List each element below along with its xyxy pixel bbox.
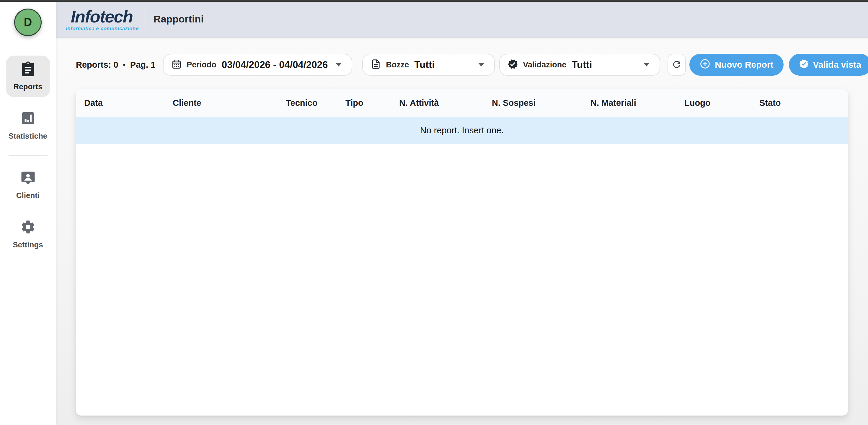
column-header-sospesi: N. Sospesi xyxy=(484,89,582,117)
column-header-cliente: Cliente xyxy=(164,89,278,117)
sidebar-item-label: Reports xyxy=(13,82,42,91)
contact-card-icon xyxy=(20,170,36,187)
table-header-row: Data Cliente Tecnico Tipo N. Attività N.… xyxy=(76,89,848,117)
bozze-label: Bozze xyxy=(386,60,409,69)
valida-vista-button[interactable]: Valida vista xyxy=(789,54,868,76)
sidebar-item-settings[interactable]: Settings xyxy=(6,214,50,255)
sidebar: D Reports xyxy=(0,2,56,425)
reports-count: Reports: 0 xyxy=(76,60,118,70)
clipboard-icon xyxy=(20,61,36,78)
column-header-tipo: Tipo xyxy=(337,89,391,117)
sidebar-divider xyxy=(8,155,48,156)
bullet-separator: • xyxy=(123,61,125,69)
logo-wordmark: Infotech xyxy=(71,8,133,25)
validazione-value: Tutti xyxy=(571,59,592,70)
chevron-down-icon xyxy=(336,63,342,66)
chevron-down-icon xyxy=(478,63,484,66)
reports-table: Data Cliente Tecnico Tipo N. Attività N.… xyxy=(76,89,848,144)
sidebar-item-label: Statistiche xyxy=(8,132,48,141)
sidebar-item-clienti[interactable]: Clienti xyxy=(6,164,50,206)
gear-icon xyxy=(20,219,36,236)
page-title: Rapportini xyxy=(154,13,204,25)
reports-pagination-info: Reports: 0 • Pag. 1 xyxy=(76,60,155,70)
refresh-icon xyxy=(671,59,682,70)
periodo-value: 03/04/2026 - 04/04/2026 xyxy=(222,59,328,70)
page-header: Infotech informatica e comunicazione Rap… xyxy=(56,2,868,38)
column-header-tecnico: Tecnico xyxy=(278,89,337,117)
empty-state-message: No report. Insert one. xyxy=(76,117,848,144)
nuovo-report-button[interactable]: Nuovo Report xyxy=(689,54,783,76)
validazione-label: Validazione xyxy=(523,60,566,69)
chevron-down-icon xyxy=(644,63,650,66)
sidebar-item-label: Clienti xyxy=(16,191,39,200)
column-header-stato: Stato xyxy=(751,89,848,117)
column-header-data: Data xyxy=(76,89,164,117)
calendar-icon xyxy=(171,59,187,70)
column-header-attivita: N. Attività xyxy=(391,89,484,117)
badge-check-icon xyxy=(507,59,523,70)
refresh-button[interactable] xyxy=(668,54,686,76)
reports-table-card: Data Cliente Tecnico Tipo N. Attività N.… xyxy=(76,89,848,416)
logo-tagline: informatica e comunicazione xyxy=(66,26,139,32)
bozze-value: Tutti xyxy=(414,59,435,70)
main-area: Infotech informatica e comunicazione Rap… xyxy=(56,2,868,425)
infotech-logo: Infotech informatica e comunicazione xyxy=(66,8,137,32)
header-divider xyxy=(145,9,145,29)
content-area: Reports: 0 • Pag. 1 xyxy=(56,38,868,425)
column-header-materiali: N. Materiali xyxy=(582,89,676,117)
validazione-filter[interactable]: Validazione Tutti xyxy=(499,54,660,76)
sidebar-nav: Reports Statistiche xyxy=(0,56,56,255)
sidebar-item-reports[interactable]: Reports xyxy=(6,56,50,97)
app-root: D Reports xyxy=(0,2,868,425)
badge-check-icon xyxy=(799,59,809,71)
sidebar-item-statistiche[interactable]: Statistiche xyxy=(6,105,50,147)
column-header-luogo: Luogo xyxy=(676,89,751,117)
valida-vista-label: Valida vista xyxy=(813,60,861,70)
page-indicator: Pag. 1 xyxy=(130,60,155,70)
plus-circle-icon xyxy=(700,58,711,72)
bozze-filter[interactable]: Bozze Tutti xyxy=(362,54,495,76)
user-avatar[interactable]: D xyxy=(14,8,42,36)
sidebar-item-label: Settings xyxy=(13,240,43,250)
empty-state-row: No report. Insert one. xyxy=(76,117,848,144)
document-icon xyxy=(371,59,386,70)
nuovo-report-label: Nuovo Report xyxy=(715,60,773,70)
periodo-label: Periodo xyxy=(187,60,216,69)
toolbar: Reports: 0 • Pag. 1 xyxy=(76,54,868,76)
periodo-filter[interactable]: Periodo 03/04/2026 - 04/04/2026 xyxy=(163,54,352,76)
bar-chart-icon xyxy=(20,110,36,128)
